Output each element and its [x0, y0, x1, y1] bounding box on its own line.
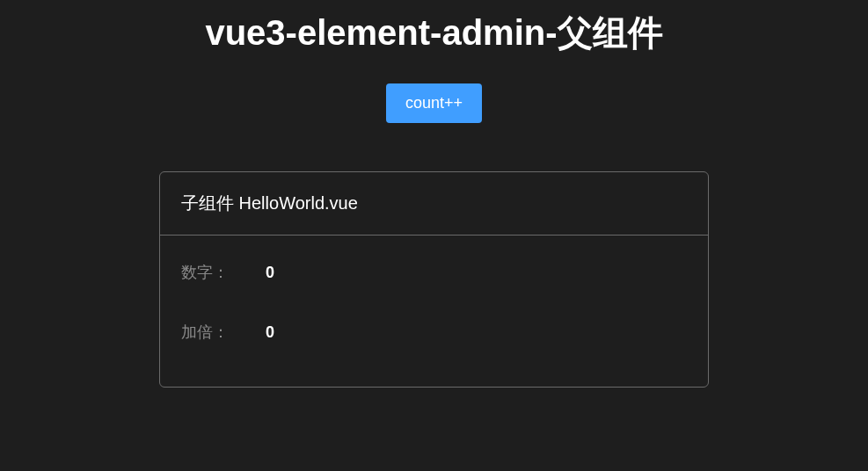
main-container: vue3-element-admin-父组件 count++ 子组件 Hello…	[0, 0, 868, 388]
number-value: 0	[266, 264, 274, 282]
number-label: 数字：	[181, 262, 252, 283]
double-label: 加倍：	[181, 322, 252, 343]
number-row: 数字： 0	[181, 262, 687, 283]
card-header: 子组件 HelloWorld.vue	[160, 172, 708, 236]
count-increment-button[interactable]: count++	[386, 83, 482, 123]
child-component-card: 子组件 HelloWorld.vue 数字： 0 加倍： 0	[159, 171, 709, 388]
double-value: 0	[266, 323, 274, 342]
card-body: 数字： 0 加倍： 0	[160, 236, 708, 387]
double-row: 加倍： 0	[181, 322, 687, 343]
page-title: vue3-element-admin-父组件	[205, 9, 662, 57]
